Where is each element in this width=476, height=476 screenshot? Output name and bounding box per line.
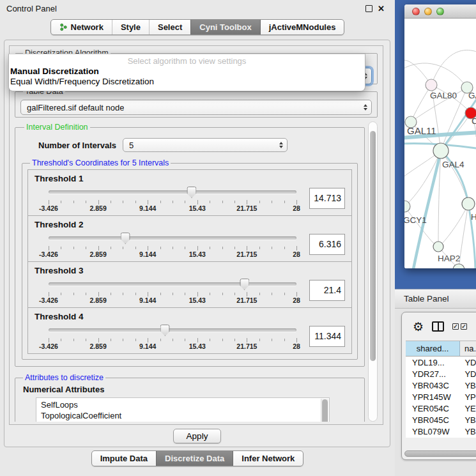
thresholds-group: Threshold's Coordinates for 5 Intervals …: [22, 158, 358, 360]
slider-track[interactable]: [49, 328, 296, 332]
scrollbar-thumb[interactable]: [404, 450, 476, 457]
table-cell[interactable]: YDL19...: [406, 358, 460, 367]
columns-icon[interactable]: [432, 321, 444, 332]
threshold-value-field[interactable]: 14.713: [309, 188, 345, 209]
node-label: GAL11: [407, 125, 436, 136]
table-cell[interactable]: YER054C: [406, 404, 460, 413]
slider-thumb[interactable]: [160, 325, 170, 336]
table-row[interactable]: YBL079WYBL0: [406, 426, 476, 437]
tab-style[interactable]: Style: [112, 20, 149, 35]
list-item[interactable]: BetweennessCentrality: [41, 421, 320, 422]
network-node[interactable]: [426, 79, 437, 91]
slider-track[interactable]: [49, 190, 296, 194]
close-icon[interactable]: ✕: [378, 4, 385, 13]
gear-icon[interactable]: ⚙: [413, 321, 424, 333]
numerical-attributes-list[interactable]: SelfLoopsTopologicalCoefficientBetweenne…: [36, 397, 330, 422]
list-item[interactable]: SelfLoops: [41, 399, 320, 410]
network-node[interactable]: [433, 143, 449, 158]
vertical-scrollbar[interactable]: [368, 121, 378, 422]
table-cell[interactable]: YBR043C: [406, 381, 460, 390]
axis-tick-label: 2.859: [89, 342, 106, 350]
tick-mark: [49, 200, 49, 204]
table-row[interactable]: YPR145WYPR1: [406, 391, 476, 403]
axis-tick-label: 9.144: [139, 204, 156, 212]
network-edge[interactable]: [411, 85, 431, 122]
apply-button[interactable]: Apply: [173, 429, 222, 443]
table-cell[interactable]: YDR2: [460, 369, 476, 379]
tab-jactivemnodules[interactable]: jActiveMNodules: [260, 20, 344, 35]
table-row[interactable]: YLR345WYLR3: [406, 437, 476, 438]
column-header[interactable]: na...: [460, 341, 476, 356]
tick-mark: [73, 247, 74, 249]
node-label: H: [471, 212, 476, 222]
node-attribute-table[interactable]: shared...na...YDL19...YDL1YDR27...YDR2YB…: [406, 341, 476, 438]
network-edge[interactable]: [441, 151, 468, 204]
network-node[interactable]: [433, 242, 443, 252]
network-window-titlebar[interactable]: [404, 4, 476, 19]
close-window-button[interactable]: [412, 8, 420, 15]
minimize-window-button[interactable]: [424, 8, 432, 15]
slider-thumb[interactable]: [121, 233, 130, 244]
axis-tick-label: -3.426: [39, 342, 58, 350]
network-canvas[interactable]: GAL80GACGAL11GAL4HGCY1HAP2: [404, 19, 476, 268]
zoom-window-button[interactable]: [436, 8, 444, 15]
tab-label: Discretize Data: [165, 454, 224, 463]
tick-mark: [284, 247, 285, 249]
table-cell[interactable]: YBR045C: [406, 415, 460, 425]
network-edge-highlighted[interactable]: [441, 151, 468, 204]
axis-tick-label: 15.43: [189, 204, 206, 212]
tab-infer-network[interactable]: Infer Network: [233, 451, 303, 466]
threshold-value-field[interactable]: 6.316: [309, 234, 345, 255]
table-cell[interactable]: YBL079W: [406, 427, 460, 436]
slider-thumb[interactable]: [240, 279, 249, 290]
network-view-window: GAL80GACGAL11GAL4HGCY1HAP2: [404, 4, 476, 268]
num-intervals-combo[interactable]: 5: [123, 138, 288, 152]
tick-mark: [296, 246, 297, 250]
tab-impute-data[interactable]: Impute Data: [92, 451, 156, 466]
threshold-value-field[interactable]: 11.344: [309, 326, 345, 347]
table-row[interactable]: YBR045CYBR0: [406, 414, 476, 426]
tick-mark: [98, 338, 99, 342]
table-row[interactable]: YBR043CYBR0: [406, 380, 476, 391]
table-cell[interactable]: YPR145W: [406, 392, 460, 402]
slider-track[interactable]: [49, 236, 296, 240]
table-cell[interactable]: YDL1: [460, 358, 476, 367]
threshold-value-field[interactable]: 21.4: [309, 280, 345, 301]
table-row[interactable]: YER054CYER0: [406, 403, 476, 414]
slider-thumb[interactable]: [187, 187, 196, 198]
table-row[interactable]: YDR27...YDR2: [406, 368, 476, 380]
table-row[interactable]: YDL19...YDL1: [406, 357, 476, 368]
network-node[interactable]: [404, 201, 410, 212]
table-cell[interactable]: YBR0: [460, 381, 476, 390]
network-edge[interactable]: [431, 50, 476, 85]
list-item[interactable]: TopologicalCoefficient: [41, 410, 320, 421]
network-edge-highlighted[interactable]: [441, 92, 476, 151]
horizontal-scrollbar[interactable]: [404, 450, 476, 457]
axis-tick-label: 21.715: [236, 342, 257, 350]
tab-discretize-data[interactable]: Discretize Data: [156, 451, 233, 466]
table-cell[interactable]: YBR0: [460, 415, 476, 425]
tab-select[interactable]: Select: [149, 20, 190, 35]
tick-mark: [73, 293, 74, 295]
algorithm-option[interactable]: Equal Width/Frequency Discretization: [9, 77, 365, 87]
table-cell[interactable]: YBL0: [460, 427, 476, 436]
tab-network[interactable]: Network: [51, 20, 112, 35]
table-cell[interactable]: YER0: [460, 404, 476, 413]
tick-mark: [210, 201, 210, 203]
float-panel-icon[interactable]: [365, 5, 372, 12]
tick-mark: [185, 247, 185, 249]
list-scrollbar[interactable]: [321, 399, 328, 422]
column-header[interactable]: shared...: [406, 341, 460, 356]
table-data-combo[interactable]: galFiltered.sif default node: [20, 100, 372, 115]
table-cell[interactable]: YPR1: [460, 392, 476, 402]
network-edge[interactable]: [443, 204, 468, 243]
table-cell[interactable]: YDR27...: [406, 369, 460, 379]
stepper-icon: [275, 142, 283, 148]
scrollbar-thumb[interactable]: [370, 131, 376, 361]
column-visibility-icons[interactable]: ✓ ✓: [452, 323, 467, 330]
algorithm-option[interactable]: Manual Discretization: [9, 66, 365, 77]
network-node[interactable]: [462, 197, 475, 210]
tick-mark: [173, 201, 173, 203]
tab-cyni-toolbox[interactable]: Cyni Toolbox: [190, 20, 259, 35]
slider-track[interactable]: [49, 282, 296, 286]
